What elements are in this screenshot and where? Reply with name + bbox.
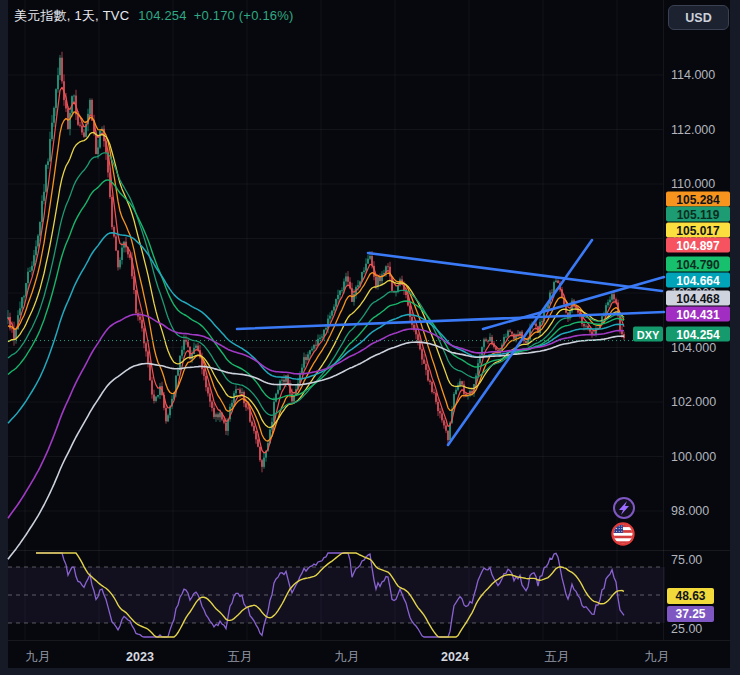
ma-price-badge: 104.790 xyxy=(666,257,730,272)
price-tick-label: 102.000 xyxy=(671,395,716,409)
time-tick-label: 2023 xyxy=(126,650,154,664)
ma-price-badge: 104.468 xyxy=(666,291,730,306)
price-tick-label: 98.000 xyxy=(671,504,709,518)
symbol-title[interactable]: 美元指數, 1天, TVC xyxy=(14,8,129,23)
symbol-header: 美元指數, 1天, TVC104.254+0.170 (+0.16%) xyxy=(14,7,294,25)
price-tick-label: 110.000 xyxy=(671,177,715,191)
time-tick-label: 2024 xyxy=(441,650,469,664)
ma-white[interactable] xyxy=(8,336,624,559)
price-tick-label: 100.000 xyxy=(671,450,716,464)
chart-window: 美元指數, 1天, TVC104.254+0.170 (+0.16%) USD … xyxy=(0,0,740,675)
currency-toggle-label: USD xyxy=(685,11,711,25)
us-flag-icon[interactable] xyxy=(613,524,634,545)
ma-darkgreen[interactable] xyxy=(8,153,624,416)
price-change: +0.170 (+0.16%) xyxy=(194,8,294,23)
rsi-value-badge: 48.63 xyxy=(667,588,714,604)
rsi-tick-label: 25.00 xyxy=(671,622,702,636)
time-tick-label: 九月 xyxy=(645,649,670,666)
chart-canvas[interactable] xyxy=(0,0,740,675)
ma-price-badge: 105.017 xyxy=(666,223,730,238)
ma-price-badge: 105.119 xyxy=(666,207,730,222)
ma-price-badge: 104.897 xyxy=(666,238,730,253)
ma-green[interactable] xyxy=(8,180,624,399)
price-tick-label: 112.000 xyxy=(671,123,715,137)
time-axis-divider xyxy=(8,640,730,641)
rsi-tick-label: 75.00 xyxy=(671,553,702,567)
pane-divider[interactable] xyxy=(8,550,730,551)
time-tick-label: 九月 xyxy=(26,649,51,666)
time-tick-label: 五月 xyxy=(228,649,253,666)
price-axis-divider xyxy=(663,0,664,640)
ma-price-badge: 104.431 xyxy=(666,307,730,322)
currency-toggle-button[interactable]: USD xyxy=(668,5,729,30)
rsi-value-badge: 37.25 xyxy=(667,606,714,622)
price-tick-label: 114.000 xyxy=(671,68,715,82)
time-tick-label: 五月 xyxy=(545,649,570,666)
last-price-badge: 104.254 xyxy=(666,327,730,342)
trendline-4[interactable] xyxy=(483,277,664,329)
dxy-symbol-tag: DXY xyxy=(633,327,663,342)
lightning-icon[interactable] xyxy=(614,498,634,518)
ma-price-badge: 104.664 xyxy=(666,273,730,288)
ma-orange[interactable] xyxy=(8,112,624,441)
price-tick-label: 104.000 xyxy=(671,341,716,355)
last-price: 104.254 xyxy=(138,8,186,23)
trendline-1[interactable] xyxy=(368,253,662,291)
ma-price-badge: 105.284 xyxy=(666,192,730,207)
time-tick-label: 九月 xyxy=(335,649,360,666)
